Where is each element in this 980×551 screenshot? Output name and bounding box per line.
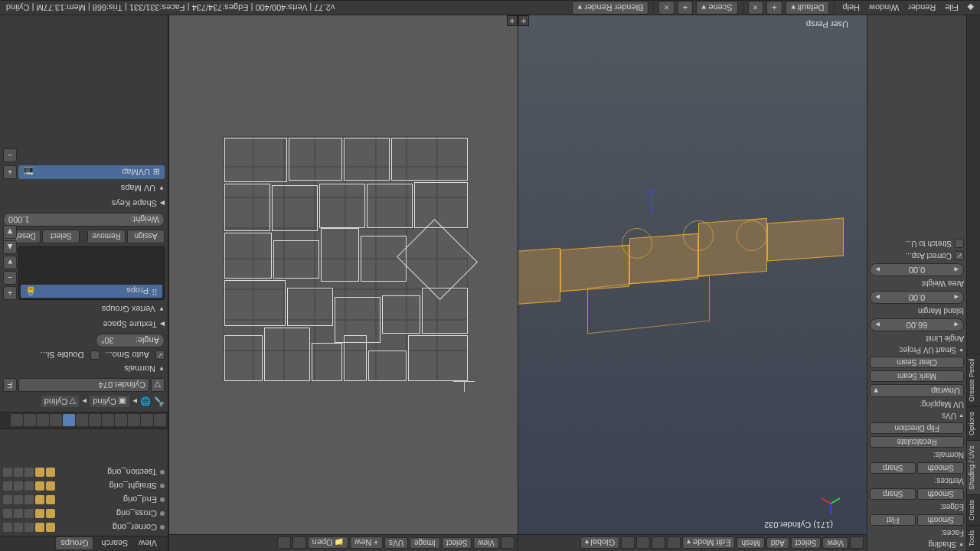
- shapekeys-panel-header[interactable]: Shape Keys: [3, 197, 165, 210]
- crumb-object[interactable]: ▣ Cylind: [90, 396, 129, 408]
- uvmap-add-button[interactable]: +: [3, 165, 17, 179]
- vgroup-remove-button[interactable]: −: [3, 271, 17, 285]
- engine-dropdown[interactable]: Blender Render ▾: [572, 1, 648, 15]
- tab-scene[interactable]: [128, 415, 140, 427]
- view3d-select-menu[interactable]: Select: [791, 537, 822, 549]
- flip-direction-button[interactable]: Flip Direction: [870, 422, 964, 434]
- recalculate-button[interactable]: Recalculate: [870, 436, 964, 448]
- scene-add-button[interactable]: +: [678, 1, 693, 15]
- vgroup-assign-button[interactable]: Assign: [127, 230, 165, 243]
- tab-grease-pencil[interactable]: Grease Pencil: [967, 354, 980, 407]
- angle-limit-field[interactable]: ◂66.00▸: [870, 318, 964, 331]
- uv-open-button[interactable]: 📁 Open: [308, 537, 349, 549]
- outliner-list[interactable]: Corner_orig Cross_orig End_orig Straight…: [0, 429, 168, 536]
- verts-smooth-button[interactable]: Smooth: [918, 462, 965, 474]
- uv-new-button[interactable]: + New: [350, 537, 383, 549]
- vgroup-add-button[interactable]: +: [3, 286, 17, 300]
- vgroup-specials-button[interactable]: ▾: [3, 256, 17, 269]
- pivot-icon[interactable]: [652, 537, 665, 549]
- split-area-handle[interactable]: +: [518, 15, 529, 26]
- help-menu[interactable]: Help: [839, 3, 863, 12]
- manipulator-z-axis[interactable]: [651, 190, 652, 213]
- tab-modifiers[interactable]: [76, 415, 88, 427]
- island-margin-field[interactable]: ◂0.00▸: [870, 291, 964, 304]
- vgroup-move-up-button[interactable]: ▲: [3, 240, 17, 254]
- uvmap-remove-button[interactable]: −: [3, 148, 17, 162]
- view3d-viewport[interactable]: (171) Cylinder.032: [518, 15, 867, 534]
- orientation-dropdown[interactable]: Global ▾: [580, 537, 620, 549]
- mode-dropdown[interactable]: Edit Mode ▾: [682, 537, 735, 549]
- uv-uvs-menu[interactable]: UVs: [384, 537, 408, 549]
- normals-panel-header[interactable]: Normals: [3, 363, 165, 375]
- shading-panel-header[interactable]: Shading: [870, 540, 964, 549]
- vertex-groups-list[interactable]: ⠿Props🔒: [18, 246, 165, 300]
- tab-material[interactable]: [50, 415, 62, 427]
- unwrap-dropdown[interactable]: Unwrap▾: [870, 384, 964, 397]
- uv-viewport[interactable]: +: [169, 15, 518, 534]
- scene-dropdown[interactable]: Scene ▾: [696, 1, 737, 15]
- crumb-mesh[interactable]: ▽ Cylind: [41, 396, 80, 408]
- outliner-search-menu[interactable]: Search: [98, 540, 131, 549]
- tab-render[interactable]: [154, 415, 166, 427]
- tab-shading-uvs[interactable]: Shading / UVs: [967, 440, 980, 494]
- edges-sharp-button[interactable]: Sharp: [870, 488, 916, 500]
- tab-physics[interactable]: [11, 415, 23, 427]
- datablock-browse-icon[interactable]: ▽: [151, 378, 165, 392]
- uv-select-menu[interactable]: Select: [442, 537, 472, 549]
- tab-data[interactable]: [63, 415, 75, 427]
- vertex-groups-panel-header[interactable]: Vertex Groups: [3, 303, 165, 315]
- uv-pin-icon[interactable]: [292, 537, 306, 549]
- tab-create[interactable]: Create: [967, 494, 980, 525]
- view3d-mesh-menu[interactable]: Mesh: [737, 537, 764, 549]
- tab-object[interactable]: [102, 415, 114, 427]
- vgroup-select-button[interactable]: Select: [42, 230, 80, 243]
- vgroup-weight-field[interactable]: Weight:1.000: [3, 213, 165, 227]
- area-weight-field[interactable]: ◂0.00▸: [870, 263, 964, 276]
- uvmaps-panel-header[interactable]: UV Maps: [3, 182, 165, 194]
- edges-smooth-button[interactable]: Smooth: [918, 488, 965, 500]
- view3d-add-menu[interactable]: Add: [766, 537, 789, 549]
- uvmap-item[interactable]: ⊞UVMap📷: [18, 165, 165, 179]
- uv-image-menu[interactable]: Image: [410, 537, 440, 549]
- tab-render-layers[interactable]: [141, 415, 153, 427]
- tab-tools[interactable]: Tools: [967, 525, 980, 551]
- clear-seam-button[interactable]: Clear Seam: [870, 357, 964, 368]
- manipulator-icon[interactable]: [636, 537, 650, 549]
- uv-snap-icon[interactable]: [277, 537, 291, 549]
- tab-texture[interactable]: [37, 415, 49, 427]
- render-menu[interactable]: Render: [905, 3, 939, 12]
- faces-smooth-button[interactable]: Smooth: [918, 514, 965, 526]
- layout-dropdown[interactable]: Default ▾: [786, 1, 830, 15]
- editor-type-icon[interactable]: [850, 537, 864, 549]
- uv-split-area-handle[interactable]: +: [507, 15, 518, 26]
- smart-uv-panel-header[interactable]: Smart UV Projec: [870, 346, 964, 354]
- view3d-view-menu[interactable]: View: [823, 537, 849, 549]
- uv-view-menu[interactable]: View: [474, 537, 500, 549]
- fake-user-button[interactable]: F: [3, 378, 17, 392]
- uvs-panel-header[interactable]: UVs: [870, 412, 964, 420]
- layers-icon[interactable]: [621, 537, 635, 549]
- tab-constraints[interactable]: [89, 415, 101, 427]
- file-menu[interactable]: File: [942, 3, 962, 12]
- tab-options[interactable]: Options: [967, 406, 980, 440]
- scene-delete-button[interactable]: ×: [659, 1, 675, 15]
- vgroup-remove-from-button[interactable]: Remove: [88, 230, 126, 243]
- vgroup-move-down-button[interactable]: ▼: [3, 225, 17, 239]
- outliner-filter-dropdown[interactable]: Groups: [55, 537, 93, 551]
- tab-particles[interactable]: [24, 415, 36, 427]
- datablock-name-field[interactable]: Cylinder.074: [18, 378, 149, 392]
- normals-angle-field[interactable]: Angle:30°: [96, 334, 165, 347]
- shading-icon[interactable]: [667, 537, 681, 549]
- stretch-bounds-check[interactable]: [955, 240, 964, 249]
- layout-add-button[interactable]: +: [766, 1, 782, 15]
- texspace-panel-header[interactable]: Texture Space: [3, 318, 165, 331]
- faces-flat-button[interactable]: Flat: [870, 514, 916, 526]
- verts-sharp-button[interactable]: Sharp: [870, 462, 916, 474]
- auto-smooth-check[interactable]: [155, 350, 165, 360]
- outliner-view-menu[interactable]: View: [136, 540, 160, 549]
- mark-seam-button[interactable]: Mark Seam: [870, 370, 964, 382]
- uv-editor-type-icon[interactable]: [501, 537, 514, 549]
- window-menu[interactable]: Window: [866, 3, 902, 12]
- tab-world[interactable]: [115, 415, 127, 427]
- correct-aspect-check[interactable]: [955, 252, 964, 261]
